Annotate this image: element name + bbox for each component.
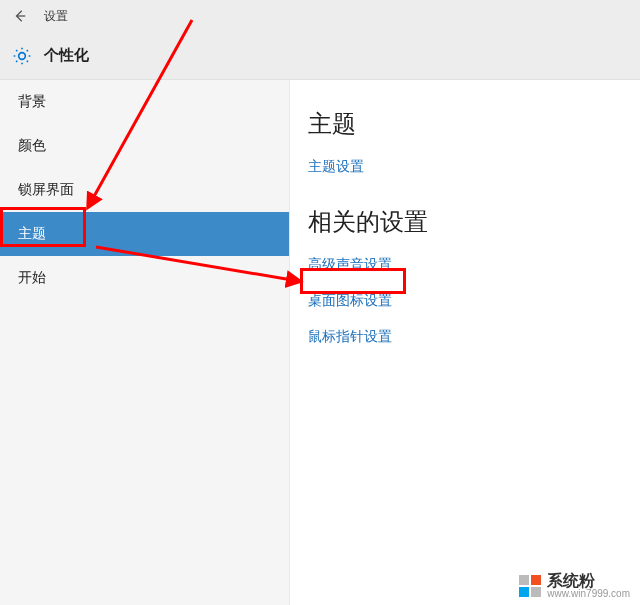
section-related-title: 相关的设置	[308, 206, 640, 238]
content: 主题 主题设置 相关的设置 高级声音设置 桌面图标设置 鼠标指针设置	[290, 80, 640, 605]
watermark-logo-icon	[519, 575, 541, 597]
sidebar-item-label: 锁屏界面	[18, 181, 74, 199]
header: 个性化	[0, 32, 640, 80]
watermark: 系统粉 www.win7999.com	[519, 573, 630, 599]
gear-icon	[12, 46, 32, 66]
sidebar: 背景 颜色 锁屏界面 主题 开始	[0, 80, 290, 605]
back-button[interactable]	[8, 4, 32, 28]
link-desktop-icons[interactable]: 桌面图标设置	[308, 292, 640, 310]
sidebar-item-colors[interactable]: 颜色	[0, 124, 289, 168]
sidebar-item-themes[interactable]: 主题	[0, 212, 289, 256]
sidebar-item-start[interactable]: 开始	[0, 256, 289, 300]
back-arrow-icon	[13, 9, 27, 23]
watermark-text: 系统粉 www.win7999.com	[547, 573, 630, 599]
link-mouse-pointer[interactable]: 鼠标指针设置	[308, 328, 640, 346]
link-advanced-sound[interactable]: 高级声音设置	[308, 256, 640, 274]
link-theme-settings[interactable]: 主题设置	[308, 158, 640, 176]
watermark-url: www.win7999.com	[547, 589, 630, 599]
sidebar-item-label: 开始	[18, 269, 46, 287]
sidebar-item-label: 主题	[18, 225, 46, 243]
titlebar: 设置	[0, 0, 640, 32]
section-themes-title: 主题	[308, 108, 640, 140]
watermark-brand: 系统粉	[547, 573, 630, 589]
main-area: 背景 颜色 锁屏界面 主题 开始 主题 主题设置 相关的设置 高级声音设置 桌面…	[0, 80, 640, 605]
window-title: 设置	[44, 8, 68, 25]
sidebar-item-background[interactable]: 背景	[0, 80, 289, 124]
sidebar-item-label: 颜色	[18, 137, 46, 155]
sidebar-item-lockscreen[interactable]: 锁屏界面	[0, 168, 289, 212]
sidebar-item-label: 背景	[18, 93, 46, 111]
page-title: 个性化	[44, 46, 89, 65]
